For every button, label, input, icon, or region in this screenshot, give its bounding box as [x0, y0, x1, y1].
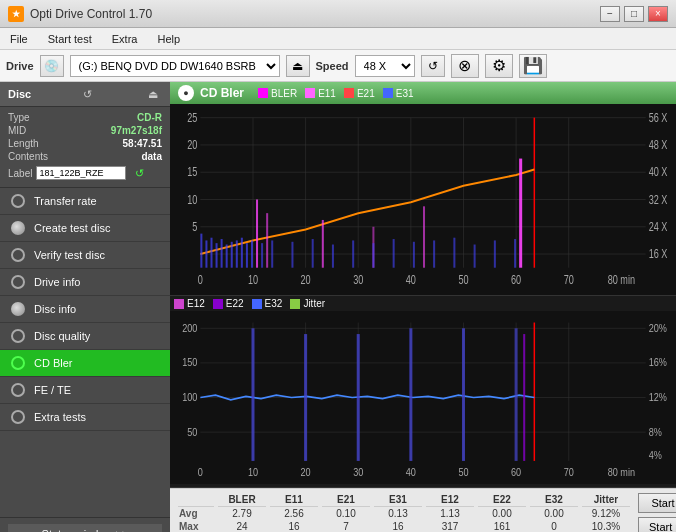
status-window-button[interactable]: Status window >> [8, 524, 162, 532]
svg-rect-27 [266, 213, 268, 268]
disc-label-refresh-button[interactable]: ↺ [130, 165, 148, 181]
maximize-button[interactable]: □ [624, 6, 644, 22]
stats-table: BLER E11 E21 E31 E12 E22 E32 Jitter Avg … [178, 493, 630, 532]
sidebar-item-label: Create test disc [34, 222, 110, 234]
extra-tests-icon [10, 409, 26, 425]
disc-quality-icon [10, 328, 26, 344]
stats-max-row: Max 24 16 7 16 317 161 0 10.3% [178, 520, 630, 532]
sidebar-item-label: FE / TE [34, 384, 71, 396]
top-legend: BLER E11 E21 E31 [258, 88, 414, 99]
disc-header: Disc ↺ ⏏ [0, 82, 170, 107]
sidebar-item-verify-test-disc[interactable]: Verify test disc [0, 242, 170, 269]
legend-e11: E11 [305, 88, 336, 99]
sidebar-item-transfer-rate[interactable]: Transfer rate [0, 188, 170, 215]
drive-select[interactable]: (G:) BENQ DVD DD DW1640 BSRB [70, 55, 280, 77]
top-chart: 25 20 15 10 5 56 X 48 X 40 X 32 X 24 X 1… [170, 104, 676, 296]
speed-label: Speed [316, 60, 349, 72]
stats-avg-e31: 0.13 [374, 507, 422, 520]
stats-avg-e21: 0.10 [322, 507, 370, 520]
legend-e32-color [252, 299, 262, 309]
svg-rect-30 [423, 206, 425, 267]
minimize-button[interactable]: − [600, 6, 620, 22]
menubar: File Start test Extra Help [0, 28, 676, 50]
svg-rect-38 [393, 239, 395, 268]
svg-text:80 min: 80 min [608, 273, 635, 287]
stats-max-e32: 0 [530, 520, 578, 532]
window-controls[interactable]: − □ × [600, 6, 668, 22]
stats-area: BLER E11 E21 E31 E12 E22 E32 Jitter Avg … [170, 488, 676, 532]
legend-e31-label: E31 [396, 88, 414, 99]
disc-label-label: Label [8, 168, 32, 179]
disc-eject-button[interactable]: ⏏ [144, 86, 162, 102]
menu-extra[interactable]: Extra [106, 31, 144, 47]
svg-rect-41 [453, 238, 455, 268]
settings-button[interactable]: ⚙ [485, 54, 513, 78]
menu-file[interactable]: File [4, 31, 34, 47]
disc-label-input[interactable] [36, 166, 126, 180]
legend-e12: E12 [174, 298, 205, 309]
sidebar-item-extra-tests[interactable]: Extra tests [0, 404, 170, 431]
disc-contents-value: data [141, 151, 162, 162]
drive-icon-button[interactable]: 💿 [40, 55, 64, 77]
stats-col-e31: E31 [374, 493, 422, 507]
stats-col-e12: E12 [426, 493, 474, 507]
svg-rect-31 [261, 243, 263, 268]
svg-rect-39 [413, 242, 415, 268]
sidebar-item-disc-info[interactable]: Disc info [0, 296, 170, 323]
disc-refresh-button[interactable]: ↺ [79, 86, 97, 102]
disc-type-label: Type [8, 112, 30, 123]
stats-max-e31: 16 [374, 520, 422, 532]
legend-e12-color [174, 299, 184, 309]
svg-text:40: 40 [406, 466, 417, 478]
sidebar-item-disc-quality[interactable]: Disc quality [0, 323, 170, 350]
svg-rect-35 [332, 245, 334, 268]
svg-text:50: 50 [458, 466, 469, 478]
save-button[interactable]: 💾 [519, 54, 547, 78]
disc-clean-button[interactable]: ⊗ [451, 54, 479, 78]
speed-select[interactable]: 48 X [355, 55, 415, 77]
legend-e11-label: E11 [318, 88, 336, 99]
sidebar-item-fe-te[interactable]: FE / TE [0, 377, 170, 404]
svg-text:80 min: 80 min [608, 466, 635, 478]
sidebar-item-create-test-disc[interactable]: Create test disc [0, 215, 170, 242]
svg-text:40 X: 40 X [649, 165, 668, 179]
svg-text:60: 60 [511, 466, 522, 478]
stats-avg-bler: 2.79 [218, 507, 266, 520]
stats-max-bler: 24 [218, 520, 266, 532]
svg-rect-32 [271, 240, 273, 267]
disc-type-row: Type CD-R [8, 111, 162, 124]
start-full-button[interactable]: Start full [638, 493, 676, 513]
sidebar-item-label: Disc info [34, 303, 76, 315]
legend-e11-color [305, 88, 315, 98]
app-icon: ★ [8, 6, 24, 22]
charts-container: 25 20 15 10 5 56 X 48 X 40 X 32 X 24 X 1… [170, 104, 676, 488]
svg-text:70: 70 [564, 466, 575, 478]
verify-test-disc-icon [10, 247, 26, 263]
svg-text:10: 10 [248, 273, 258, 287]
bottom-chart-svg: 200 150 100 50 20% 16% 12% 8% 4% 0 10 20… [170, 311, 676, 484]
stats-col-jitter: Jitter [582, 493, 630, 507]
sidebar-item-cd-bler[interactable]: CD Bler [0, 350, 170, 377]
refresh-button[interactable]: ↺ [421, 55, 445, 77]
start-part-button[interactable]: Start part [638, 517, 676, 532]
menu-help[interactable]: Help [151, 31, 186, 47]
legend-jitter-label: Jitter [303, 298, 325, 309]
menu-start-test[interactable]: Start test [42, 31, 98, 47]
legend-e21: E21 [344, 88, 375, 99]
close-button[interactable]: × [648, 6, 668, 22]
svg-text:30: 30 [353, 273, 363, 287]
svg-text:56 X: 56 X [649, 110, 668, 124]
svg-rect-36 [352, 240, 354, 267]
sidebar-item-label: CD Bler [34, 357, 73, 369]
disc-length-value: 58:47.51 [123, 138, 162, 149]
legend-jitter-color [290, 299, 300, 309]
main-content: Disc ↺ ⏏ Type CD-R MID 97m27s18f Length … [0, 82, 676, 532]
svg-rect-18 [216, 243, 218, 268]
drivebar: Drive 💿 (G:) BENQ DVD DD DW1640 BSRB ⏏ S… [0, 50, 676, 82]
stats-max-e22: 161 [478, 520, 526, 532]
svg-text:20: 20 [187, 138, 197, 152]
create-test-disc-icon [10, 220, 26, 236]
legend-jitter: Jitter [290, 298, 325, 309]
eject-button[interactable]: ⏏ [286, 55, 310, 77]
sidebar-item-drive-info[interactable]: Drive info [0, 269, 170, 296]
